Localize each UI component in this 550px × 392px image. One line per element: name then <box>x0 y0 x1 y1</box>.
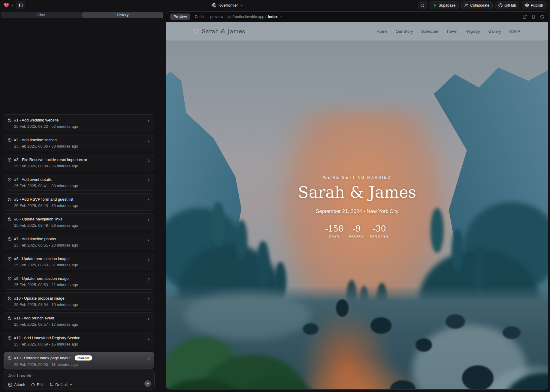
scene-trees <box>256 241 270 286</box>
chevron-right-icon <box>147 357 151 361</box>
github-button[interactable]: GitHub <box>495 1 519 9</box>
nav-schedule[interactable]: Schedule <box>421 29 438 34</box>
history-item[interactable]: #4 - Add event details 25 Feb 2025, 08:4… <box>4 174 154 191</box>
chevron-right-icon <box>147 238 151 242</box>
tab-code[interactable]: Code <box>195 15 204 19</box>
countdown-minutes-label: MINUTES <box>370 235 389 238</box>
scene-grass <box>166 337 244 389</box>
scene-rock <box>370 317 391 334</box>
scene-river-glow <box>295 358 425 389</box>
site-logo-text: Sarah & James <box>202 28 245 34</box>
history-icon <box>8 158 12 162</box>
countdown: -158 DAYS -9 HOURS -30 MINUTES <box>166 224 548 238</box>
scene-rapids <box>412 325 527 389</box>
nav-registry[interactable]: Registry <box>465 29 480 34</box>
history-list: #1 - Add wedding website 25 Feb 2025, 08… <box>4 114 154 369</box>
mobile-view-icon[interactable] <box>531 15 536 19</box>
tab-chat[interactable]: Chat <box>1 12 82 18</box>
scene-grass <box>166 379 250 389</box>
edit-label: Edit <box>37 382 44 387</box>
nav-our-story[interactable]: Our Story <box>396 29 413 34</box>
history-item-title: #1 - Add wedding website <box>14 118 59 122</box>
scene-grass <box>199 355 307 389</box>
users-icon <box>464 3 468 7</box>
history-item[interactable]: #2 - Add timeline section 25 Feb 2025, 0… <box>4 134 154 151</box>
supabase-button[interactable]: Supabase <box>430 1 459 9</box>
history-item-timestamp: 25 Feb 2025, 09:03 - 11 minutes ago <box>14 362 150 367</box>
history-item[interactable]: #7 - Add timeline photos 25 Feb 2025, 08… <box>4 233 154 250</box>
site-logo[interactable]: Sarah & James <box>194 28 245 34</box>
hero-eyebrow: WE'RE GETTING MARRIED <box>166 175 548 180</box>
publish-button[interactable]: Publish <box>522 1 546 9</box>
preview-url[interactable]: preview--lovefrontier.lovable.app / inde… <box>210 15 283 19</box>
countdown-hours-value: -9 <box>348 224 365 233</box>
lovable-logo-menu[interactable] <box>4 2 14 8</box>
history-item[interactable]: #3 - Fix: Resolve Lucide-react import er… <box>4 154 154 171</box>
mode-select[interactable]: Default <box>49 382 73 387</box>
scene-rock <box>503 326 521 339</box>
history-icon <box>8 138 12 142</box>
history-item[interactable]: #12 - Add Honeyfund Registry Section 25 … <box>4 332 154 349</box>
history-item[interactable]: #9 - Update hero section image 25 Feb 20… <box>4 273 154 290</box>
history-item-title: #4 - Add event details <box>14 177 52 182</box>
tab-preview[interactable]: Preview <box>170 13 190 20</box>
history-item[interactable]: #5 - Add RSVP form and guest list 25 Feb… <box>4 193 154 211</box>
history-icon <box>8 217 12 221</box>
history-item-title: #11 - Add brunch event <box>14 316 54 320</box>
history-item[interactable]: #1 - Add wedding website 25 Feb 2025, 08… <box>4 114 154 131</box>
history-item[interactable]: #6 - Update navigation links 25 Feb 2025… <box>4 213 154 230</box>
history-item-timestamp: 25 Feb 2025, 08:51 - 23 minutes ago <box>14 243 150 247</box>
refresh-icon[interactable] <box>540 15 544 19</box>
history-item-timestamp: 25 Feb 2025, 08:22 - 52 minutes ago <box>14 124 150 129</box>
history-icon <box>8 316 12 320</box>
attach-label: Attach <box>14 382 25 387</box>
toggle-sidebar-button[interactable] <box>16 1 25 9</box>
nav-travel[interactable]: Travel <box>446 29 457 34</box>
chevron-right-icon <box>147 178 151 182</box>
tab-history-label: History <box>117 13 128 17</box>
scene-trees <box>458 307 548 389</box>
history-icon <box>8 356 12 360</box>
history-icon <box>8 277 12 281</box>
history-item[interactable]: #8 - Update hero section image 25 Feb 20… <box>4 253 154 270</box>
chevron-down-icon <box>69 383 73 386</box>
preview-url-base: preview--lovefrontier.lovable.app / <box>210 15 266 19</box>
scene-grass <box>503 373 548 389</box>
scene-rock <box>462 365 494 389</box>
nav-rsvp[interactable]: RSVP <box>509 29 520 34</box>
send-button[interactable] <box>144 380 151 387</box>
collaborate-button[interactable]: Collaborate <box>461 1 493 9</box>
countdown-days: -158 DAYS <box>325 224 343 238</box>
nav-home[interactable]: Home <box>377 29 388 34</box>
ask-lovable-input[interactable] <box>8 373 122 378</box>
history-item[interactable]: #11 - Add brunch event 25 Feb 2025, 08:5… <box>4 312 154 329</box>
site-hero: WE'RE GETTING MARRIED Sarah & James Sept… <box>166 175 548 238</box>
tab-history[interactable]: History <box>82 12 163 18</box>
history-item-timestamp: 25 Feb 2025, 08:57 - 17 minutes ago <box>14 322 150 327</box>
website-preview: Sarah & James Home Our Story Schedule Tr… <box>166 22 548 389</box>
project-switcher[interactable]: lovefrontier <box>212 0 243 10</box>
chevron-right-icon <box>147 277 151 281</box>
preview-panel: Preview Code preview--lovefrontier.lovab… <box>166 11 548 390</box>
scene-rapids <box>485 367 548 389</box>
scene-trees <box>166 292 241 389</box>
history-item-timestamp: 25 Feb 2025, 08:38 - 36 minutes ago <box>14 164 150 168</box>
scene-trees <box>419 250 539 352</box>
history-item[interactable]: #10 - Update proposal image 25 Feb 2025,… <box>4 292 154 310</box>
nav-gallery[interactable]: Gallery <box>488 29 501 34</box>
attach-button[interactable]: Attach <box>8 382 25 387</box>
supabase-icon <box>433 3 437 7</box>
chevron-right-icon <box>147 198 151 202</box>
history-icon <box>8 296 12 301</box>
history-icon <box>8 237 12 241</box>
settings-button[interactable] <box>418 1 427 9</box>
hero-date: September 21, 2024 • New York City <box>166 208 548 214</box>
chevron-right-icon <box>147 337 151 341</box>
history-item-current[interactable]: #13 - Refactor index page layout Current… <box>4 352 154 369</box>
edit-mode-button[interactable]: Edit <box>31 382 44 387</box>
tab-code-label: Code <box>195 15 204 19</box>
top-bar: lovefrontier Supabase Collaborate <box>0 0 550 10</box>
history-item-title: #10 - Update proposal image <box>14 296 65 301</box>
open-external-icon[interactable] <box>523 15 527 19</box>
heart-outline-icon <box>194 29 199 34</box>
